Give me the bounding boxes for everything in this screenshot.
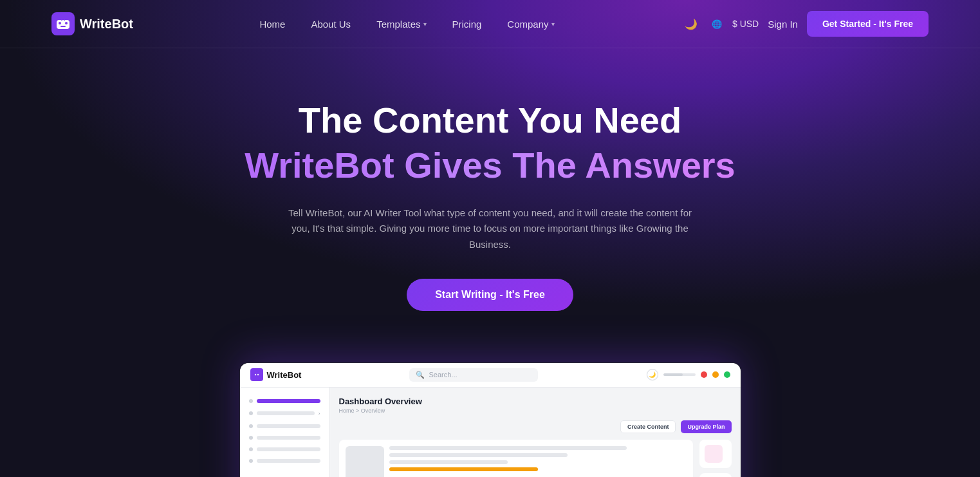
db-sidebar-dot (249, 411, 253, 415)
db-sidebar-dot (249, 447, 253, 451)
language-flag[interactable]: 🌐 (710, 17, 723, 30)
db-card-line-2 (389, 453, 568, 457)
db-card-line-1 (389, 446, 627, 450)
svg-point-8 (254, 374, 255, 375)
db-card-line-3 (389, 460, 508, 464)
svg-rect-5 (61, 17, 62, 21)
company-chevron-icon: ▾ (551, 21, 555, 28)
db-sidebar-line (257, 459, 320, 463)
svg-point-9 (257, 374, 258, 375)
db-sidebar-item-3[interactable] (240, 420, 329, 432)
db-dot-red (701, 371, 707, 378)
db-progress-fill (663, 373, 683, 376)
db-cards-row: Overview My Plan Transactions Profile (339, 440, 732, 477)
db-sidebar-item-1[interactable] (240, 395, 329, 407)
db-small-card-2 (699, 473, 732, 477)
db-search-placeholder: Search... (429, 371, 457, 379)
dashboard-topbar: WriteBot 🔍 Search... 🌙 (240, 363, 741, 388)
db-card-accent-line (389, 467, 538, 471)
db-sidebar-item-6[interactable] (240, 455, 329, 467)
svg-rect-6 (64, 17, 65, 21)
db-dot-green (724, 371, 730, 378)
logo-icon (51, 12, 75, 35)
svg-rect-7 (253, 371, 261, 379)
nav-controls: 🌙 🌐 $ USD Sign In Get Started - It's Fre… (681, 11, 929, 37)
db-card-image (346, 446, 384, 477)
svg-rect-4 (60, 26, 66, 27)
db-card-content: Overview My Plan Transactions Profile (389, 446, 687, 477)
dashboard-inner: WriteBot 🔍 Search... 🌙 (240, 363, 741, 477)
db-small-cards (699, 440, 732, 477)
db-dashboard-title: Dashboard Overview (339, 397, 732, 406)
dashboard-preview: WriteBot 🔍 Search... 🌙 (239, 362, 741, 477)
db-search-bar[interactable]: 🔍 Search... (409, 368, 538, 382)
db-sidebar-item-5[interactable] (240, 444, 329, 455)
db-upgrade-btn[interactable]: Upgrade Plan (681, 420, 731, 433)
dashboard-body: › (240, 388, 741, 477)
db-small-card-icon-1 (705, 445, 723, 463)
db-main-card: Overview My Plan Transactions Profile (339, 440, 693, 477)
templates-chevron-icon: ▾ (423, 21, 427, 28)
svg-rect-1 (57, 20, 69, 29)
db-sidebar-line (257, 411, 315, 415)
nav-about[interactable]: About Us (300, 14, 361, 35)
db-sidebar-item-4[interactable] (240, 432, 329, 444)
db-sidebar-dot (249, 459, 253, 463)
db-small-card-1 (699, 440, 732, 468)
db-create-content-btn[interactable]: Create Content (620, 420, 676, 433)
dashboard-main: Dashboard Overview Home > Overview Creat… (330, 388, 741, 477)
db-topbar-right: 🌙 (647, 369, 730, 380)
nav-home[interactable]: Home (249, 14, 295, 35)
nav-templates[interactable]: Templates ▾ (366, 14, 436, 35)
db-sidebar-line (257, 436, 320, 440)
db-sidebar: › (240, 388, 330, 477)
hero-title-purple: WriteBot Gives The Answers (13, 144, 967, 187)
db-card-left (346, 446, 384, 477)
currency-selector[interactable]: $ USD (732, 19, 759, 29)
db-sidebar-arrow-icon: › (319, 411, 320, 416)
navbar: WriteBot Home About Us Templates ▾ Prici… (0, 0, 980, 48)
db-sidebar-line (257, 399, 320, 403)
db-sidebar-dot (249, 436, 253, 440)
db-logo-text: WriteBot (267, 370, 302, 380)
hero-subtitle: Tell WriteBot, our AI Writer Tool what t… (284, 205, 696, 253)
db-logo: WriteBot (250, 368, 302, 381)
db-breadcrumb: Home > Overview (339, 407, 732, 414)
db-progress (663, 373, 696, 376)
db-sidebar-item-2[interactable]: › (240, 407, 329, 420)
db-logo-icon (250, 368, 263, 381)
db-dot-yellow (712, 371, 719, 378)
nav-company[interactable]: Company ▾ (497, 14, 564, 35)
db-sidebar-dot (249, 399, 253, 403)
svg-point-3 (65, 22, 68, 24)
db-search-icon: 🔍 (416, 371, 425, 379)
db-moon-icon: 🌙 (647, 369, 658, 380)
hero-section: The Content You Need WriteBot Gives The … (0, 48, 980, 350)
get-started-button[interactable]: Get Started - It's Free (807, 11, 929, 37)
nav-pricing[interactable]: Pricing (442, 14, 492, 35)
nav-links: Home About Us Templates ▾ Pricing Compan… (249, 14, 564, 35)
sign-in-button[interactable]: Sign In (768, 19, 798, 30)
logo-text: WriteBot (80, 17, 133, 32)
db-sidebar-line (257, 447, 320, 451)
db-sidebar-dot (249, 424, 253, 428)
dark-mode-toggle[interactable]: 🌙 (681, 14, 701, 34)
logo-area: WriteBot (51, 12, 133, 35)
start-writing-button[interactable]: Start Writing - It's Free (407, 279, 573, 311)
svg-point-2 (59, 22, 61, 24)
db-top-actions: Create Content Upgrade Plan (339, 420, 732, 433)
db-sidebar-line (257, 424, 320, 428)
hero-title-white: The Content You Need (13, 100, 967, 141)
